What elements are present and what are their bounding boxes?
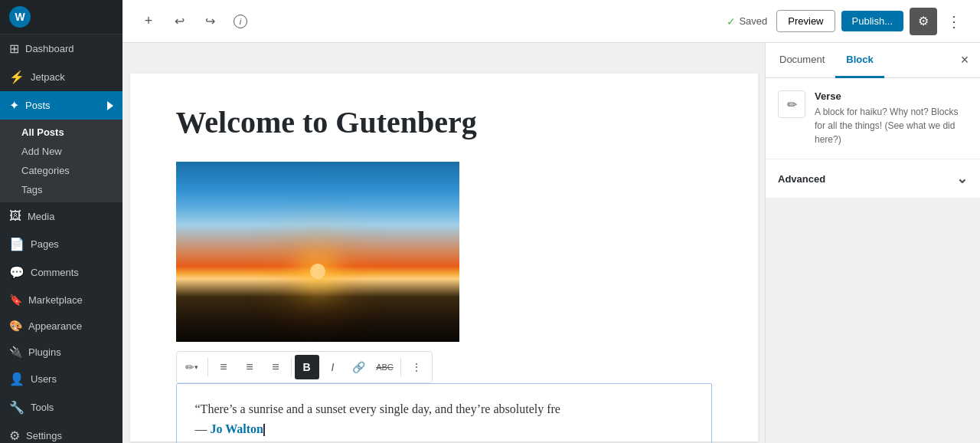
sidebar-item-tools[interactable]: 🔧 Tools: [0, 393, 122, 422]
gear-button[interactable]: ⚙: [910, 8, 937, 35]
dashboard-icon: ⊞: [9, 41, 19, 56]
sidebar-item-jetpack[interactable]: ⚡ Jetpack: [0, 63, 122, 91]
align-left-icon: ≡: [220, 360, 226, 374]
advanced-section-header[interactable]: Advanced ⌄: [766, 159, 980, 199]
tools-button[interactable]: ✏ ▾: [180, 355, 204, 379]
sidebar-item-comments[interactable]: 💬 Comments: [0, 258, 122, 287]
align-right-button[interactable]: ≡: [263, 355, 288, 379]
sidebar-item-label: Users: [31, 373, 57, 385]
toolbar-divider-2: [291, 358, 292, 376]
more-formats-button[interactable]: ⋮: [404, 355, 429, 379]
gear-icon: ⚙: [918, 14, 929, 28]
more-options-button[interactable]: ⋮: [940, 8, 968, 35]
sidebar-sub-all-posts[interactable]: All Posts: [21, 123, 122, 142]
panel-empty-area: [766, 199, 980, 443]
sidebar-item-marketplace[interactable]: 🔖 Marketplace: [0, 287, 122, 313]
settings-icon: ⚙: [9, 428, 20, 443]
undo-button[interactable]: ↩: [165, 8, 193, 35]
close-icon: ×: [961, 52, 969, 68]
add-icon: +: [145, 13, 153, 29]
block-info-section: ✏ Verse A block for haiku? Why not? Bloc…: [766, 78, 980, 159]
sidebar-item-appearance[interactable]: 🎨 Appearance: [0, 313, 122, 339]
panel-close-button[interactable]: ×: [952, 48, 977, 73]
verse-text[interactable]: “There’s a sunrise and a sunset every si…: [195, 399, 693, 438]
media-icon: 🖼: [9, 209, 21, 223]
posts-arrow-icon: [107, 101, 113, 110]
sidebar-item-settings[interactable]: ⚙ Settings: [0, 422, 122, 443]
pencil-icon: ✏: [185, 361, 194, 373]
editor-area: Welcome to Gutenberg ✏ ▾ ≡: [122, 43, 980, 443]
text-cursor: [263, 424, 265, 436]
sidebar-item-label: Settings: [26, 430, 62, 441]
sidebar-item-users[interactable]: 👤 Users: [0, 365, 122, 393]
sidebar-item-label: Media: [28, 211, 54, 222]
align-center-button[interactable]: ≡: [237, 355, 262, 379]
marketplace-icon: 🔖: [9, 294, 22, 306]
chevron-down-icon: ⌄: [956, 170, 968, 187]
right-panel: Document Block × ✏ Verse A block for hai…: [765, 43, 980, 443]
block-description: A block for haiku? Why not? Blocks for a…: [815, 105, 968, 146]
align-left-button[interactable]: ≡: [211, 355, 236, 379]
redo-button[interactable]: ↪: [196, 8, 224, 35]
tab-block[interactable]: Block: [835, 43, 884, 78]
jetpack-icon: ⚡: [9, 70, 24, 84]
dots-icon: ⋮: [946, 12, 962, 31]
saved-label: Saved: [739, 15, 767, 27]
sidebar-item-label: Tools: [31, 402, 54, 413]
link-icon: 🔗: [352, 361, 365, 373]
tab-document[interactable]: Document: [769, 43, 835, 78]
sidebar-sub-categories[interactable]: Categories: [21, 161, 122, 180]
strikethrough-icon: ABC: [376, 363, 394, 372]
image-block[interactable]: [176, 162, 712, 342]
sidebar-logo: W: [0, 0, 122, 34]
bold-icon: B: [302, 361, 310, 373]
users-icon: 👤: [9, 372, 24, 386]
preview-button[interactable]: Preview: [776, 10, 835, 32]
pages-icon: 📄: [9, 237, 24, 251]
posts-icon: ✦: [9, 98, 19, 113]
sidebar-item-label: Dashboard: [25, 43, 74, 54]
author-name: Jo Walton: [211, 422, 264, 435]
toolbar-divider-3: [400, 358, 401, 376]
strikethrough-button[interactable]: ABC: [373, 355, 397, 379]
publish-button[interactable]: Publish...: [841, 11, 903, 31]
sidebar-sub-add-new[interactable]: Add New: [21, 142, 122, 161]
link-button[interactable]: 🔗: [347, 355, 371, 379]
sidebar-item-media[interactable]: 🖼 Media: [0, 202, 122, 230]
verse-line-1: “There’s a sunrise and a sunset every si…: [195, 402, 560, 415]
tools-icon: 🔧: [9, 400, 24, 415]
panel-advanced-section: Advanced ⌄: [766, 159, 980, 199]
sidebar-item-label: Appearance: [28, 320, 82, 332]
toolbar-divider: [207, 358, 208, 376]
wp-logo-icon: W: [9, 6, 31, 28]
verse-block[interactable]: “There’s a sunrise and a sunset every si…: [176, 383, 712, 443]
add-block-button[interactable]: +: [135, 8, 162, 35]
italic-button[interactable]: I: [321, 355, 345, 379]
format-toolbar: ✏ ▾ ≡ ≡ ≡: [176, 351, 433, 383]
sidebar-item-label: Plugins: [28, 346, 61, 358]
post-title[interactable]: Welcome to Gutenberg: [176, 104, 712, 140]
main-content: + ↩ ↪ i ✓ Saved Preview Publish... ⚙ ⋮ W…: [122, 0, 980, 443]
more-icon: ⋮: [411, 361, 422, 373]
sidebar-sub-tags[interactable]: Tags: [21, 180, 122, 199]
sidebar-item-label: Posts: [25, 100, 51, 111]
check-icon: ✓: [727, 15, 736, 28]
editor-content[interactable]: Welcome to Gutenberg ✏ ▾ ≡: [122, 43, 765, 443]
sidebar-item-posts[interactable]: ✦ Posts: [0, 91, 122, 120]
advanced-label: Advanced: [778, 173, 825, 185]
sidebar-item-plugins[interactable]: 🔌 Plugins: [0, 339, 122, 365]
comments-icon: 💬: [9, 265, 24, 280]
plugins-icon: 🔌: [9, 346, 22, 358]
sidebar-item-dashboard[interactable]: ⊞ Dashboard: [0, 34, 122, 63]
italic-icon: I: [332, 361, 335, 373]
saved-status: ✓ Saved: [727, 15, 767, 28]
verse-line-2: — Jo Walton: [195, 422, 266, 435]
post-editor: Welcome to Gutenberg ✏ ▾ ≡: [130, 74, 758, 441]
sidebar-item-pages[interactable]: 📄 Pages: [0, 230, 122, 258]
redo-icon: ↪: [205, 14, 215, 28]
sidebar: W ⊞ Dashboard ⚡ Jetpack ✦ Posts All Post…: [0, 0, 122, 443]
bold-button[interactable]: B: [295, 355, 319, 379]
info-button[interactable]: i: [227, 8, 254, 35]
block-info-text: Verse A block for haiku? Why not? Blocks…: [815, 90, 968, 146]
sidebar-item-label: Comments: [31, 267, 79, 278]
